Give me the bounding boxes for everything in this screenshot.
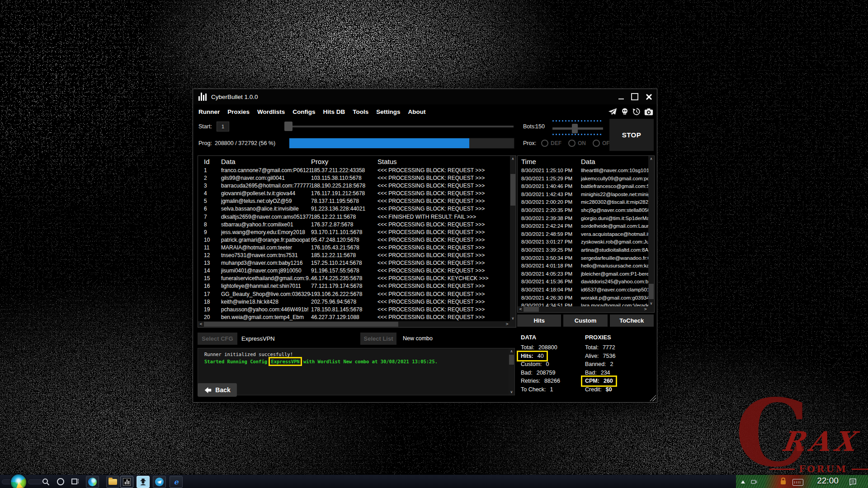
menu-item-runner[interactable]: Runner (198, 108, 220, 115)
start-button[interactable] (10, 474, 27, 488)
results-vscrollbar[interactable]: ∧ ∨ (510, 156, 516, 321)
hit-row[interactable]: 8/30/2021 4:34:51 PMlara.mora@gmail.com:… (518, 302, 648, 306)
scroll-right-icon[interactable]: > (642, 306, 648, 312)
table-row[interactable]: 16lightofeye@hanmail.net:shin701177.121.… (198, 282, 510, 290)
hit-row[interactable]: 8/30/2021 4:01:18 PMhello@mariusursache.… (518, 262, 648, 270)
log-vscrollbar[interactable]: ∧ ∨ (509, 348, 514, 395)
tray-plug-icon[interactable] (750, 479, 758, 485)
menu-item-configs[interactable]: Configs (292, 108, 315, 115)
cortana-circle-icon[interactable] (57, 478, 64, 485)
history-icon[interactable] (632, 108, 641, 116)
menu-item-tools[interactable]: Tools (353, 108, 368, 115)
hit-row[interactable]: 8/30/2021 2:00:20 PMmic280302@tiscali.it… (518, 198, 648, 206)
select-cfg-button[interactable]: Select CFG (198, 333, 237, 345)
prox-option-def[interactable]: DEF (541, 140, 561, 147)
hit-row[interactable]: 8/30/2021 2:48:59 PMvera.acquistapace@ho… (518, 230, 648, 239)
table-row[interactable]: 11MARAIA@hotmail.com:teeter176.105.43.21… (198, 244, 510, 252)
scroll-up-icon[interactable]: ∧ (509, 348, 514, 354)
table-row[interactable]: 2gils99@naver.com:gil0041103.115.38.110:… (198, 174, 510, 182)
prox-option-on[interactable]: ON (568, 140, 586, 147)
hits-hscrollbar[interactable]: < > (518, 306, 648, 312)
scroll-down-icon[interactable]: ∨ (510, 315, 516, 321)
start-input[interactable]: 1 (217, 122, 229, 131)
hit-row[interactable]: 8/30/2021 2:42:24 PMsordelheide@gmail.co… (518, 222, 648, 230)
bots-slider-track[interactable] (552, 127, 603, 130)
table-row[interactable]: 8stbarrau@yahoo.fr:comilixe01176.37.2.87… (198, 221, 510, 229)
hit-row[interactable]: 8/30/2021 2:39:38 PMgiorgio.duni@tim.it:… (518, 215, 648, 223)
hit-row[interactable]: 8/30/2021 4:26:30 PMworakit.p@gmail.com:… (518, 294, 648, 302)
minimize-button[interactable] (618, 99, 624, 99)
spy-app-icon[interactable] (137, 476, 150, 488)
scroll-left-icon[interactable]: < (198, 321, 204, 327)
table-row[interactable]: 20ben.weia@gmail.com:temp4_Ebm46.227.37.… (198, 314, 510, 321)
menu-item-proxies[interactable]: Proxies (227, 108, 250, 115)
scroll-right-icon[interactable]: > (504, 321, 510, 327)
table-row[interactable]: 17GG_Beauty_Shop@live.com:0363294...193.… (198, 291, 510, 298)
table-row[interactable]: 15funeralservicethailand@gmail.com:9...4… (198, 275, 510, 282)
log-vscroll-thumb[interactable] (509, 355, 514, 365)
telegram-icon[interactable] (608, 108, 617, 116)
results-hscroll-thumb[interactable] (204, 322, 398, 327)
hit-row[interactable]: 8/30/2021 1:25:10 PMllheartlll@naver.com… (518, 167, 648, 175)
taskbar-clock[interactable]: 22:00 (814, 476, 842, 486)
scroll-up-icon[interactable]: ∧ (648, 156, 654, 162)
scroll-left-icon[interactable]: < (518, 306, 524, 312)
edge-icon[interactable] (86, 476, 99, 488)
hit-row[interactable]: 8/30/2021 4:18:04 PMid6537@naver.com:cla… (518, 286, 648, 294)
skull-icon[interactable] (621, 108, 629, 116)
camera-icon[interactable] (644, 108, 653, 116)
file-explorer-icon[interactable] (106, 476, 119, 488)
hit-row[interactable]: 8/30/2021 3:39:25 PMartina@studioitalial… (518, 246, 648, 254)
emule-icon[interactable]: e (170, 476, 183, 488)
scroll-up-icon[interactable]: ∧ (510, 156, 516, 162)
start-slider-handle[interactable] (284, 122, 292, 131)
table-row[interactable]: 12tnseo7531@naver.com:tns7531185.12.22.1… (198, 252, 510, 259)
scroll-down-icon[interactable]: ∨ (648, 300, 654, 306)
scroll-down-icon[interactable]: ∨ (509, 389, 514, 395)
hits-vscroll-thumb[interactable] (649, 284, 654, 299)
search-icon[interactable] (42, 478, 50, 486)
back-button[interactable]: Back (198, 383, 237, 397)
menu-item-settings[interactable]: Settings (376, 108, 400, 115)
hits-hscroll-thumb[interactable] (524, 307, 539, 312)
hit-row[interactable]: 8/30/2021 1:40:46 PMbattlefrancesco@gmai… (518, 183, 648, 191)
hits-vscrollbar[interactable]: ∧ ∨ (648, 156, 654, 306)
table-row[interactable]: 7dksaltjs2659@naver.com:ams051377185.12.… (198, 213, 510, 221)
hit-row[interactable]: 8/30/2021 1:25:29 PMjakemccully09@gmail.… (518, 175, 648, 183)
bots-slider-handle[interactable] (572, 124, 578, 133)
hit-row[interactable]: 8/30/2021 3:01:27 PMzyskowski.rob@gmail.… (518, 238, 648, 246)
menu-item-hits-db[interactable]: Hits DB (323, 108, 345, 115)
task-view-icon[interactable] (71, 478, 79, 485)
table-row[interactable]: 9jess.wang@emory.edu:Emory201893.170.171… (198, 229, 510, 236)
close-button[interactable] (646, 94, 652, 100)
stop-button[interactable]: STOP (609, 119, 654, 151)
table-row[interactable]: 19pchausson@yahoo.com:446W491b!178.150.8… (198, 306, 510, 314)
hit-row[interactable]: 8/30/2021 3:50:34 PMsergedarfeuille@wana… (518, 254, 648, 263)
cyberbullet-taskbar-icon[interactable] (120, 476, 133, 488)
hit-row[interactable]: 8/30/2021 1:42:43 PMminighis22@laposte.n… (518, 191, 648, 199)
results-hscrollbar[interactable]: < > (198, 321, 510, 327)
table-row[interactable]: 13muhanpd3@naver.com:baby1216157.25.110.… (198, 259, 510, 267)
tab-hits[interactable]: Hits (517, 314, 561, 327)
menu-item-about[interactable]: About (408, 108, 426, 115)
table-row[interactable]: 5jgmalin@telus.net:olyOZ@5978.137.11.195… (198, 197, 510, 205)
tray-lock-icon[interactable] (781, 480, 786, 484)
table-row[interactable]: 6selva.bassano@alice.it:invisibile91.223… (198, 205, 510, 213)
hit-row[interactable]: 8/30/2021 4:05:23 PMjbleicher@gmail.com:… (518, 270, 648, 278)
hit-row[interactable]: 8/30/2021 4:15:36 PMdaviddoris245@yahoo.… (518, 278, 648, 286)
menu-item-wordlists[interactable]: Wordlists (257, 108, 285, 115)
hit-row[interactable]: 8/30/2021 2:20:35 PMshcj9g@naver.com:ste… (518, 206, 648, 215)
table-row[interactable]: 10patrick.gramari@orange.fr:patboopat95.… (198, 236, 510, 244)
tray-keyboard-icon[interactable] (793, 479, 803, 486)
tray-expand-icon[interactable] (740, 479, 746, 484)
table-row[interactable]: 1franco.cannone7@gmail.com:P06121...185.… (198, 167, 510, 174)
results-vscroll-thumb[interactable] (510, 174, 515, 206)
tab-tocheck[interactable]: ToCheck (610, 314, 654, 327)
start-slider-track[interactable] (284, 126, 514, 127)
maximize-button[interactable] (631, 93, 638, 100)
table-row[interactable]: 14jisumi0401@naver.com:j891005091.196.15… (198, 267, 510, 275)
select-list-button[interactable]: Select List (360, 333, 396, 345)
table-row[interactable]: 3barracuda2695@hotmail.com:7777777188.19… (198, 182, 510, 190)
tab-custom[interactable]: Custom (563, 314, 607, 327)
telegram-taskbar-icon[interactable] (153, 476, 166, 488)
